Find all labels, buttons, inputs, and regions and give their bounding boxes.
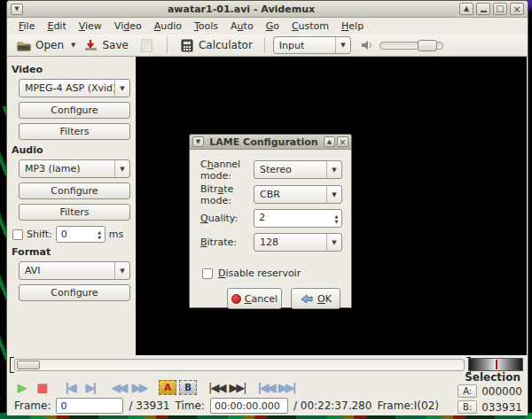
- play-button[interactable]: ▶: [12, 378, 30, 396]
- frame-number-input[interactable]: 0: [56, 398, 123, 414]
- dialog-close-button[interactable]: ×: [337, 136, 348, 147]
- transport-controls: ▶ ■ |◀ ▶| ◀◀ ▶▶ A B |◀◀ ▶▶| |◀◀ ▶▶|: [12, 377, 296, 397]
- channel-mode-value: Stereo: [254, 164, 326, 175]
- format-section-header: Format: [12, 246, 136, 258]
- quality-label: Quality:: [200, 213, 254, 224]
- dialog-menu-icon[interactable]: ▼: [192, 136, 204, 147]
- stop-button[interactable]: ■: [33, 378, 51, 396]
- set-marker-a-button[interactable]: A: [159, 380, 176, 395]
- audio-configure-button[interactable]: Configure: [19, 182, 130, 199]
- dialog-title: LAME Configuration: [204, 136, 324, 148]
- time-total-label: / 00:22:37.280: [293, 400, 372, 412]
- menu-video[interactable]: Video: [108, 19, 148, 34]
- next-keyframe-button[interactable]: ▶▶|: [278, 378, 295, 396]
- fast-backward-button[interactable]: ◀◀: [110, 378, 128, 396]
- dialog-shade-button[interactable]: ▲: [324, 136, 335, 147]
- menu-custom[interactable]: Custom: [286, 19, 335, 34]
- quality-spinbox[interactable]: 2 ▲▼: [254, 209, 342, 228]
- audio-codec-combobox[interactable]: MP3 (lame) ▼: [19, 159, 130, 178]
- menu-tools[interactable]: Tools: [188, 19, 224, 34]
- previous-keyframe-button[interactable]: |◀◀: [257, 378, 275, 396]
- disable-reservoir-checkbox[interactable]: [202, 268, 213, 279]
- bitrate-mode-value: CBR: [254, 189, 326, 200]
- video-configure-button[interactable]: Configure: [19, 102, 130, 119]
- minimize-button[interactable]: [476, 3, 490, 15]
- chevron-down-icon: ▼: [326, 234, 341, 251]
- format-configure-button[interactable]: Configure: [19, 284, 130, 301]
- fast-forward-button[interactable]: ▶▶: [130, 378, 148, 396]
- window-titlebar[interactable]: ▼ awatar1-01.avi - Avidemux ▲ □ ×: [7, 1, 528, 18]
- chevron-down-icon: ▼: [335, 37, 350, 53]
- seek-slider-handle[interactable]: [17, 361, 40, 369]
- maximize-button[interactable]: □: [493, 3, 507, 15]
- menu-go[interactable]: Go: [260, 19, 286, 34]
- frame-status-row: Frame: 0 / 33931 Time: 00:00:00.000 / 00…: [14, 397, 439, 415]
- first-frame-button[interactable]: |◀◀: [207, 378, 225, 396]
- bitrate-mode-label: Bitrate mode:: [200, 183, 254, 206]
- lame-configuration-dialog: ▼ LAME Configuration ▲ × Channel mode: S…: [189, 134, 352, 308]
- spinner-arrows-icon[interactable]: ▲▼: [95, 227, 105, 242]
- spinner-arrows-icon[interactable]: ▲▼: [332, 210, 341, 227]
- disable-reservoir-row: Disable reservoir: [202, 268, 301, 279]
- audio-filters-button[interactable]: Filters: [19, 204, 130, 221]
- next-frame-button[interactable]: ▶|: [82, 378, 99, 396]
- toolbar: Open ▼ Save Calculator: [7, 35, 528, 57]
- cancel-label: Cancel: [245, 293, 278, 305]
- toolbar-separator: [264, 37, 265, 53]
- input-combo-value: Input: [274, 40, 335, 51]
- save-button[interactable]: Save: [79, 36, 131, 54]
- frame-total-label: / 33931: [129, 400, 169, 412]
- open-button[interactable]: Open: [12, 36, 67, 54]
- menu-view[interactable]: View: [73, 19, 108, 34]
- codec-sidebar: Video MPEG-4 ASP (Xvid) ▼ Configure Filt…: [7, 57, 136, 355]
- shift-label: Shift:: [27, 229, 52, 240]
- window-menu-icon[interactable]: ▼: [11, 4, 23, 15]
- open-dropdown-arrow[interactable]: ▼: [71, 42, 75, 49]
- window-title: awatar1-01.avi - Avidemux: [23, 4, 459, 15]
- menu-audio[interactable]: Audio: [148, 19, 188, 34]
- menu-help[interactable]: Help: [335, 19, 370, 34]
- audio-section-header: Audio: [12, 144, 136, 156]
- shift-spinbox[interactable]: 0 ▲▼: [56, 226, 106, 243]
- channel-mode-combobox[interactable]: Stereo ▼: [254, 160, 342, 179]
- seek-slider[interactable]: [14, 359, 465, 371]
- marker-b-value: 033931: [481, 401, 522, 414]
- shift-value: 0: [57, 227, 95, 242]
- audio-codec-value: MP3 (lame): [20, 163, 114, 175]
- last-frame-button[interactable]: ▶▶|: [228, 378, 246, 396]
- volume-slider-handle[interactable]: [418, 40, 437, 51]
- marker-a-value: 000000: [481, 385, 522, 398]
- input-output-combobox[interactable]: Input ▼: [273, 36, 351, 54]
- close-button[interactable]: ×: [510, 3, 524, 15]
- chevron-down-icon: ▼: [114, 262, 129, 279]
- video-codec-combobox[interactable]: MPEG-4 ASP (Xvid) ▼: [19, 79, 130, 97]
- marker-a-tag[interactable]: A:: [458, 384, 477, 398]
- marker-b-tag[interactable]: B:: [458, 400, 477, 414]
- dialog-titlebar[interactable]: ▼ LAME Configuration ▲ ×: [190, 135, 351, 150]
- selection-header: Selection: [465, 371, 520, 384]
- cancel-button[interactable]: Cancel: [227, 288, 282, 309]
- audio-shift-row: Shift: 0 ▲▼ ms: [12, 226, 134, 243]
- frame-label: Frame:: [14, 400, 51, 412]
- menu-file[interactable]: File: [12, 19, 41, 34]
- bitrate-value: 128: [254, 237, 326, 248]
- desktop-background: ▼ awatar1-01.avi - Avidemux ▲ □ × File E…: [0, 0, 532, 419]
- shade-button[interactable]: ▲: [459, 3, 473, 15]
- ok-button[interactable]: OK: [291, 288, 340, 309]
- jog-shuttle-wheel[interactable]: [468, 358, 523, 371]
- menu-edit[interactable]: Edit: [41, 19, 72, 34]
- calculator-button[interactable]: Calculator: [176, 36, 256, 54]
- format-combobox[interactable]: AVI ▼: [19, 261, 130, 280]
- minimize-icon: [481, 11, 487, 12]
- previous-frame-button[interactable]: |◀: [61, 378, 79, 396]
- volume-slider[interactable]: [379, 42, 443, 50]
- set-marker-b-button[interactable]: B: [179, 380, 197, 395]
- shift-checkbox[interactable]: [12, 229, 23, 240]
- video-filters-button[interactable]: Filters: [19, 123, 130, 140]
- bitrate-mode-combobox[interactable]: CBR ▼: [254, 185, 342, 204]
- bitrate-combobox[interactable]: 128 ▼: [254, 233, 342, 252]
- ok-label: OK: [317, 293, 332, 305]
- menu-auto[interactable]: Auto: [224, 19, 260, 34]
- frame-type-label: Frame:I(02): [377, 400, 439, 412]
- time-input[interactable]: 00:00:00.000: [210, 398, 288, 414]
